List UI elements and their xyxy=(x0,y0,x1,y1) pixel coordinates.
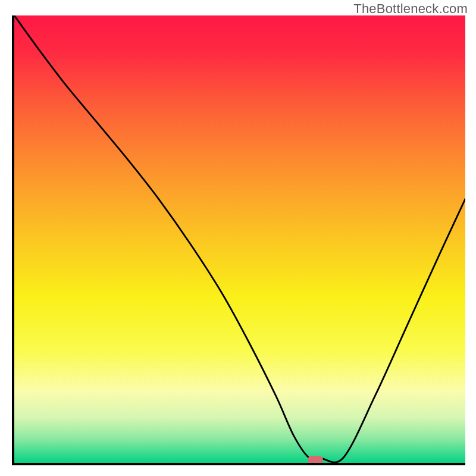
curve-layer xyxy=(14,15,465,463)
bottleneck-curve-path xyxy=(14,15,465,462)
watermark-text: TheBottleneck.com xyxy=(353,1,468,17)
bottleneck-chart: TheBottleneck.com xyxy=(0,0,476,476)
optimum-marker xyxy=(308,456,323,464)
plot-area xyxy=(12,15,465,465)
